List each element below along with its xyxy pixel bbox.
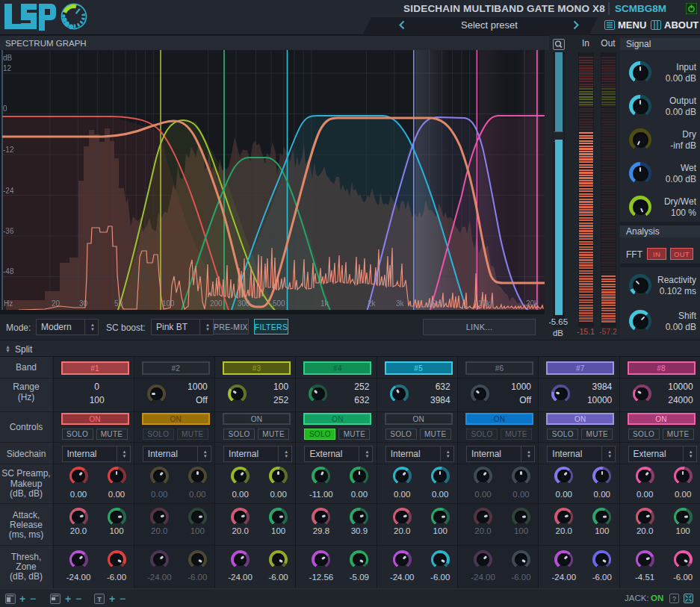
svg-text:dB: dB bbox=[3, 54, 13, 62]
svg-text:12: 12 bbox=[3, 64, 12, 72]
svg-text:T: T bbox=[97, 596, 102, 603]
svg-text:?: ? bbox=[672, 595, 676, 603]
svg-text:-36: -36 bbox=[3, 227, 14, 235]
svg-text:0: 0 bbox=[3, 105, 7, 113]
svg-text:-24: -24 bbox=[3, 187, 14, 195]
svg-text:5k: 5k bbox=[431, 299, 440, 308]
svg-text:10k: 10k bbox=[478, 299, 491, 308]
svg-text:2k: 2k bbox=[368, 299, 377, 308]
svg-text:-12: -12 bbox=[3, 146, 14, 154]
svg-text:Hz: Hz bbox=[4, 299, 13, 308]
svg-text:500: 500 bbox=[273, 299, 285, 308]
svg-text:20k: 20k bbox=[526, 299, 539, 308]
svg-text:300: 300 bbox=[238, 299, 250, 308]
svg-text:20: 20 bbox=[52, 299, 61, 308]
svg-text:100: 100 bbox=[162, 299, 175, 308]
svg-text:50: 50 bbox=[114, 299, 123, 308]
svg-text:1k: 1k bbox=[320, 299, 329, 308]
svg-text:SPECTRUM GRAPH: SPECTRUM GRAPH bbox=[5, 39, 87, 48]
svg-text:200: 200 bbox=[210, 299, 223, 308]
svg-text:3k: 3k bbox=[396, 299, 405, 308]
svg-text:30: 30 bbox=[79, 299, 88, 308]
svg-text:-48: -48 bbox=[3, 267, 14, 276]
